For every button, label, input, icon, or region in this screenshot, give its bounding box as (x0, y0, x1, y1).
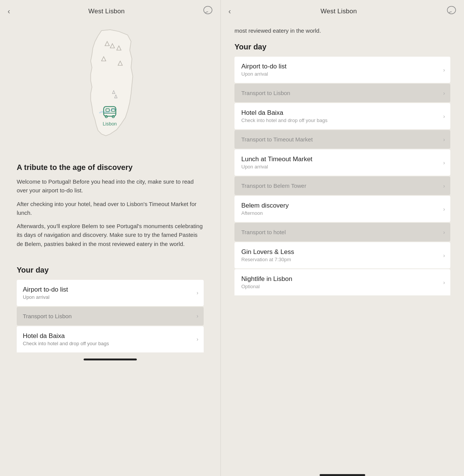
right-content: most reviewed eatery in the world. Your … (221, 22, 464, 467)
right-item-gin-chevron: › (443, 252, 445, 259)
right-item-transport-hotel[interactable]: Transport to hotel › (234, 223, 450, 241)
right-item-transport-belem[interactable]: Transport to Belem Tower › (234, 176, 450, 195)
left-para-3: Afterwards, you'll explore Belem to see … (17, 222, 204, 248)
right-intro-text: most reviewed eatery in the world. (234, 26, 450, 35)
right-itinerary-list: Airport to-do list Upon arrival › Transp… (234, 57, 450, 295)
right-nav-bar: ‹ West Lisbon (221, 0, 464, 22)
left-nav-title: West Lisbon (89, 8, 125, 15)
right-item-nightlife-subtitle: Optional (241, 284, 292, 289)
left-item-hotel-subtitle: Check into hotel and drop off your bags (23, 341, 109, 346)
svg-text:Lisbon: Lisbon (103, 121, 117, 127)
left-back-icon[interactable]: ‹ (8, 7, 10, 16)
right-item-nightlife-title: Nightlife in Lisbon (241, 275, 292, 283)
right-item-airport-subtitle: Upon arrival (241, 71, 287, 77)
right-item-gin[interactable]: Gin Lovers & Less Reservation at 7:30pm … (234, 242, 450, 268)
right-item-transport-belem-chevron: › (443, 183, 445, 189)
left-para-2: After checking into your hotel, head ove… (17, 200, 204, 217)
right-item-nightlife[interactable]: Nightlife in Lisbon Optional › (234, 269, 450, 295)
left-item-airport-chevron: › (196, 290, 198, 296)
right-item-airport-title: Airport to-do list (241, 63, 287, 70)
left-bottom-bar (84, 359, 137, 360)
left-para-1: Welcome to Portugal! Before you head int… (17, 177, 204, 195)
right-item-hotel[interactable]: Hotel da Baixa Check into hotel and drop… (234, 103, 450, 129)
right-item-belem-title: Belem discovery (241, 202, 289, 209)
left-heading: A tribute to the age of discovery (17, 163, 204, 172)
right-item-nightlife-chevron: › (443, 279, 445, 286)
right-item-lunch-subtitle: Upon arrival (241, 164, 312, 170)
left-your-day: Your day (17, 266, 204, 274)
right-item-lunch-chevron: › (443, 160, 445, 166)
map-container: Lisbon (0, 22, 220, 155)
right-item-airport-chevron: › (443, 67, 445, 73)
right-item-lunch[interactable]: Lunch at Timeout Market Upon arrival › (234, 149, 450, 176)
right-item-belem-chevron: › (443, 206, 445, 212)
left-nav-bar: ‹ West Lisbon (0, 0, 220, 22)
left-content: A tribute to the age of discovery Welcom… (0, 155, 220, 262)
left-item-hotel-title: Hotel da Baixa (23, 332, 109, 340)
right-item-hotel-chevron: › (443, 113, 445, 119)
right-item-belem-subtitle: Afternoon (241, 210, 289, 216)
right-your-day: Your day (234, 43, 450, 51)
left-item-hotel-chevron: › (196, 336, 198, 342)
right-item-transport-timeout-title: Transport to Timeout Market (241, 136, 313, 143)
right-back-icon[interactable]: ‹ (228, 7, 231, 16)
right-chat-icon[interactable] (447, 5, 456, 17)
left-itinerary-list: Airport to-do list Upon arrival › Transp… (0, 280, 220, 352)
right-nav-title: West Lisbon (321, 8, 357, 15)
left-item-airport-title: Airport to-do list (23, 286, 68, 294)
svg-point-15 (447, 6, 456, 14)
right-item-transport-timeout-chevron: › (443, 136, 445, 143)
right-item-hotel-subtitle: Check into hotel and drop off your bags (241, 117, 328, 123)
right-item-transport-hotel-chevron: › (443, 229, 445, 235)
right-item-transport-lisbon[interactable]: Transport to Lisbon › (234, 84, 450, 102)
right-item-gin-subtitle: Reservation at 7:30pm (241, 257, 294, 262)
right-item-hotel-title: Hotel da Baixa (241, 109, 328, 117)
left-panel: ‹ West Lisbon (0, 0, 220, 476)
right-item-transport-hotel-title: Transport to hotel (241, 229, 286, 235)
right-item-transport-timeout[interactable]: Transport to Timeout Market › (234, 130, 450, 149)
right-item-belem[interactable]: Belem discovery Afternoon › (234, 196, 450, 222)
right-item-transport-lisbon-chevron: › (443, 90, 445, 96)
left-item-airport-subtitle: Upon arrival (23, 294, 68, 300)
right-panel: ‹ West Lisbon most reviewed eatery in th… (220, 0, 464, 476)
left-item-airport[interactable]: Airport to-do list Upon arrival › (17, 280, 204, 306)
right-bottom-bar (320, 474, 365, 476)
right-item-lunch-title: Lunch at Timeout Market (241, 155, 312, 163)
right-item-airport[interactable]: Airport to-do list Upon arrival › (234, 57, 450, 83)
right-item-transport-belem-title: Transport to Belem Tower (241, 182, 306, 189)
right-item-transport-lisbon-title: Transport to Lisbon (241, 90, 290, 96)
left-item-transport-lisbon-title: Transport to Lisbon (23, 313, 72, 319)
right-item-gin-title: Gin Lovers & Less (241, 248, 294, 256)
left-item-transport-lisbon-chevron: › (196, 313, 198, 319)
left-chat-icon[interactable] (203, 5, 213, 17)
left-item-hotel[interactable]: Hotel da Baixa Check into hotel and drop… (17, 326, 204, 352)
left-item-transport-lisbon[interactable]: Transport to Lisbon › (17, 307, 204, 325)
svg-point-0 (204, 6, 212, 14)
